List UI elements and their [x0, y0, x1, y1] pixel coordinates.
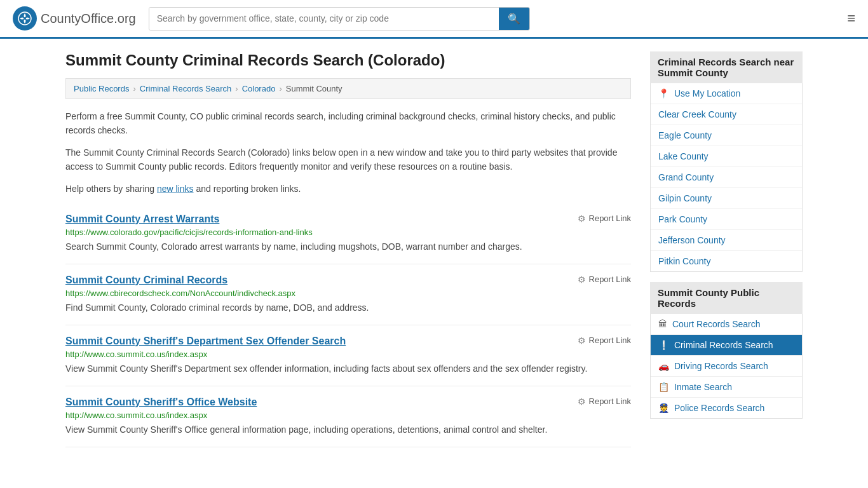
sidebar-item-court-records[interactable]: 🏛 Court Records Search: [651, 314, 802, 335]
sidebar-item-grand[interactable]: Grand County: [651, 167, 802, 188]
sidebar-item-use-my-location[interactable]: 📍 Use My Location: [651, 83, 802, 104]
result-title-4[interactable]: Summit County Sheriff's Office Website: [65, 396, 257, 408]
report-icon-1: ⚙: [578, 214, 586, 224]
report-icon-4: ⚙: [578, 396, 586, 407]
sidebar: Criminal Records Search near Summit Coun…: [650, 51, 803, 447]
breadcrumb-sep-3: ›: [279, 84, 281, 93]
page-container: Summit County Criminal Records Search (C…: [53, 39, 815, 460]
result-url-1[interactable]: https://www.colorado.gov/pacific/cicjis/…: [65, 227, 631, 237]
sidebar-link-lake[interactable]: Lake County: [658, 151, 709, 161]
result-header-2: Summit County Criminal Records ⚙ Report …: [65, 274, 631, 286]
sidebar-item-label-criminal: Criminal Records Search: [674, 340, 773, 350]
sidebar-link-jefferson[interactable]: Jefferson County: [658, 235, 726, 245]
header: CountyOffice.org 🔍 ≡: [0, 0, 868, 39]
search-input[interactable]: [149, 8, 499, 30]
criminal-records-icon: ❕: [658, 340, 669, 350]
sidebar-link-driving-records[interactable]: Driving Records Search: [674, 361, 768, 371]
sidebar-link-clear-creek[interactable]: Clear Creek County: [658, 109, 736, 119]
sidebar-item-gilpin[interactable]: Gilpin County: [651, 188, 802, 209]
sidebar-link-inmate-search[interactable]: Inmate Search: [674, 382, 732, 392]
court-records-icon: 🏛: [658, 319, 667, 329]
report-link-1[interactable]: ⚙ Report Link: [578, 214, 631, 224]
sidebar-item-driving-records[interactable]: 🚗 Driving Records Search: [651, 356, 802, 377]
driving-records-icon: 🚗: [658, 361, 669, 371]
sidebar-item-inmate-search[interactable]: 📋 Inmate Search: [651, 377, 802, 398]
breadcrumb-item-summit: Summit County: [286, 84, 342, 93]
logo-icon: [13, 6, 37, 30]
result-header-1: Summit County Arrest Warrants ⚙ Report L…: [65, 214, 631, 225]
breadcrumb-sep-2: ›: [235, 84, 238, 93]
sidebar-link-police-records[interactable]: Police Records Search: [674, 403, 764, 413]
result-title-1[interactable]: Summit County Arrest Warrants: [65, 214, 219, 225]
svg-point-1: [24, 17, 26, 20]
sidebar-link-court-records[interactable]: Court Records Search: [672, 319, 761, 329]
report-icon-3: ⚙: [578, 336, 586, 346]
result-desc-1: Search Summit County, Colorado arrest wa…: [65, 240, 631, 254]
inmate-search-icon: 📋: [658, 382, 669, 392]
sidebar-nearby-title: Criminal Records Search near Summit Coun…: [650, 51, 803, 83]
description-2: The Summit County Criminal Records Searc…: [65, 146, 631, 174]
new-links-link[interactable]: new links: [157, 184, 194, 194]
sidebar-item-criminal-records[interactable]: ❕ Criminal Records Search: [651, 335, 802, 356]
sidebar-item-lake[interactable]: Lake County: [651, 146, 802, 167]
sidebar-link-pitkin[interactable]: Pitkin County: [658, 256, 710, 266]
report-link-3[interactable]: ⚙ Report Link: [578, 336, 631, 346]
page-title: Summit County Criminal Records Search (C…: [65, 51, 631, 69]
sidebar-item-park[interactable]: Park County: [651, 209, 802, 230]
sidebar-item-label-location: Use My Location: [674, 88, 740, 98]
sidebar-link-eagle[interactable]: Eagle County: [658, 130, 712, 140]
result-desc-2: Find Summit County, Colorado criminal re…: [65, 301, 631, 315]
logo-text: CountyOffice.org: [41, 11, 136, 26]
result-header-3: Summit County Sheriff's Department Sex O…: [65, 336, 631, 347]
search-bar: 🔍: [149, 7, 530, 30]
description-1: Perform a free Summit County, CO public …: [65, 109, 631, 138]
result-title-3[interactable]: Summit County Sheriff's Department Sex O…: [65, 336, 346, 347]
report-link-2[interactable]: ⚙ Report Link: [578, 274, 631, 285]
sidebar-nearby-list: 📍 Use My Location Clear Creek County Eag…: [650, 83, 803, 272]
sidebar-nearby-section: Criminal Records Search near Summit Coun…: [650, 51, 803, 272]
sidebar-link-grand[interactable]: Grand County: [658, 172, 714, 182]
sidebar-item-jefferson[interactable]: Jefferson County: [651, 230, 802, 251]
sidebar-public-records-section: Summit County Public Records 🏛 Court Rec…: [650, 282, 803, 419]
result-url-2[interactable]: https://www.cbirecordscheck.com/NonAccou…: [65, 288, 631, 298]
sidebar-item-eagle[interactable]: Eagle County: [651, 125, 802, 146]
result-desc-4: View Summit County Sheriff's Office gene…: [65, 423, 631, 437]
sidebar-item-police-records[interactable]: 👮 Police Records Search: [651, 398, 802, 418]
sidebar-item-pitkin[interactable]: Pitkin County: [651, 251, 802, 271]
breadcrumb: Public Records › Criminal Records Search…: [65, 78, 631, 99]
logo-suffix: .org: [114, 11, 135, 25]
result-title-2[interactable]: Summit County Criminal Records: [65, 274, 227, 286]
sidebar-item-clear-creek[interactable]: Clear Creek County: [651, 104, 802, 125]
breadcrumb-item-colorado[interactable]: Colorado: [242, 84, 276, 93]
main-content: Summit County Criminal Records Search (C…: [65, 51, 631, 447]
result-item-4: Summit County Sheriff's Office Website ⚙…: [65, 386, 631, 447]
search-button[interactable]: 🔍: [499, 8, 529, 30]
sidebar-public-records-list: 🏛 Court Records Search ❕ Criminal Record…: [650, 314, 803, 419]
result-item-2: Summit County Criminal Records ⚙ Report …: [65, 264, 631, 325]
location-icon: 📍: [658, 88, 669, 98]
police-records-icon: 👮: [658, 403, 669, 413]
sidebar-link-gilpin[interactable]: Gilpin County: [658, 193, 712, 203]
breadcrumb-sep-1: ›: [133, 84, 135, 93]
report-icon-2: ⚙: [578, 274, 586, 285]
result-item-3: Summit County Sheriff's Department Sex O…: [65, 325, 631, 386]
sidebar-public-records-title: Summit County Public Records: [650, 282, 803, 314]
description-3: Help others by sharing new links and rep…: [65, 182, 631, 196]
result-desc-3: View Summit County Sheriff's Department …: [65, 362, 631, 376]
menu-icon[interactable]: ≡: [847, 10, 855, 27]
breadcrumb-item-public-records[interactable]: Public Records: [74, 84, 129, 93]
breadcrumb-item-criminal-records[interactable]: Criminal Records Search: [140, 84, 232, 93]
sidebar-link-park[interactable]: Park County: [658, 214, 707, 224]
result-item-1: Summit County Arrest Warrants ⚙ Report L…: [65, 203, 631, 264]
logo-link[interactable]: CountyOffice.org: [13, 6, 136, 30]
report-link-4[interactable]: ⚙ Report Link: [578, 396, 631, 407]
result-header-4: Summit County Sheriff's Office Website ⚙…: [65, 396, 631, 408]
result-url-3[interactable]: http://www.co.summit.co.us/index.aspx: [65, 349, 631, 359]
result-url-4[interactable]: http://www.co.summit.co.us/index.aspx: [65, 410, 631, 420]
